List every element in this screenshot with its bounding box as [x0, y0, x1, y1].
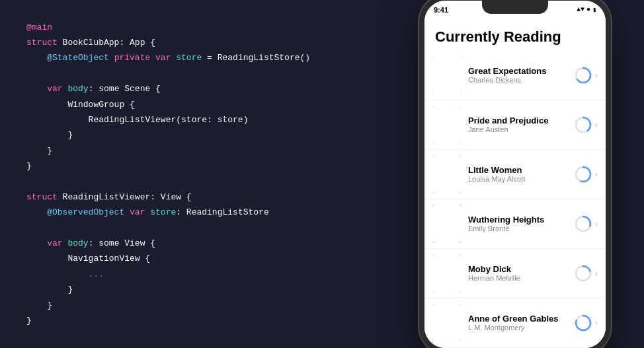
code-token: store — [150, 207, 176, 217]
code-token: ReadingListViewer(store: store) — [26, 115, 248, 125]
code-line: } — [26, 158, 393, 174]
chevron-right-icon: › — [595, 219, 598, 228]
book-progress: › — [574, 165, 598, 184]
book-info: Pride and Prejudice Jane Austen — [468, 116, 567, 133]
code-line — [26, 174, 393, 190]
book-item[interactable]: P&P Pride and Prejudice Jane Austen › — [424, 100, 606, 150]
code-token: @main — [26, 22, 52, 32]
book-title: Moby Dick — [468, 264, 567, 274]
book-author: Louisa May Alcott — [468, 175, 567, 183]
book-author: Herman Melville — [468, 274, 567, 282]
book-item[interactable]: Anne Anne of Green Gables L.M. Montgomer… — [424, 298, 606, 348]
code-token: @ObservedObject — [26, 207, 130, 217]
code-line: } — [26, 282, 393, 297]
progress-ring — [574, 116, 592, 134]
notch — [482, 1, 548, 14]
code-line: struct BookClubApp: App { — [26, 35, 393, 50]
progress-ring — [574, 314, 592, 332]
book-info: Little Women Louisa May Alcott — [468, 165, 567, 183]
book-info: Wuthering Heights Emily Brontë — [468, 215, 567, 232]
code-token: } — [26, 146, 52, 156]
book-cover: Anne — [432, 304, 462, 342]
code-line: WindowGroup { — [26, 97, 393, 112]
code-token: } — [26, 130, 73, 140]
code-token: : ReadingListStore — [176, 207, 268, 217]
book-title: Little Women — [468, 165, 567, 175]
reading-list-header: Currently Reading — [424, 19, 606, 51]
code-line — [26, 221, 393, 236]
book-progress: › — [574, 264, 598, 283]
code-token: : App { — [119, 38, 155, 48]
progress-ring — [574, 215, 592, 233]
chevron-right-icon: › — [595, 318, 598, 328]
progress-ring — [574, 66, 592, 85]
book-info: Great Expectations Charles Dickens — [468, 66, 567, 84]
code-line: } — [26, 298, 393, 313]
code-token: struct — [26, 192, 63, 202]
code-token: @StateObject — [26, 53, 114, 63]
book-title: Pride and Prejudice — [468, 116, 567, 125]
chevron-right-icon: › — [595, 268, 598, 278]
status-icons: ▲▼ ● ▮ — [577, 6, 596, 14]
code-token: BookClubApp — [63, 38, 120, 48]
book-info: Moby Dick Herman Melville — [468, 264, 567, 282]
code-token: : View { — [150, 192, 191, 202]
book-item[interactable]: Little Women Little Women Louisa May Alc… — [424, 150, 606, 199]
book-author: L.M. Montgomery — [468, 324, 567, 331]
code-line: } — [26, 127, 393, 143]
phone-mockup: 9:41 ▲▼ ● ▮ Currently Reading Great Exp.… — [419, 0, 624, 348]
book-author: Emily Brontë — [468, 225, 567, 232]
code-token: = ReadingListStore() — [202, 53, 310, 63]
code-token: } — [26, 285, 73, 295]
book-cover: Great Exp. — [432, 56, 462, 94]
chevron-right-icon: › — [595, 70, 598, 80]
code-line: } — [26, 313, 393, 328]
book-title: Anne of Green Gables — [468, 314, 567, 324]
code-line: var body: some Scene { — [26, 81, 393, 96]
code-token: ... — [26, 269, 104, 279]
code-line: NavigationView { — [26, 251, 393, 266]
phone-content: Currently Reading Great Exp. Great Expec… — [424, 19, 606, 348]
svg-text:Little Women: Little Women — [432, 172, 462, 177]
chevron-right-icon: › — [595, 120, 598, 129]
book-cover: Moby Dick — [432, 254, 462, 293]
phone-frame: 9:41 ▲▼ ● ▮ Currently Reading Great Exp.… — [419, 0, 611, 348]
book-cover: Little Women — [432, 155, 462, 193]
code-token: private — [114, 53, 155, 63]
book-list: Great Exp. Great Expectations Charles Di… — [424, 51, 606, 348]
code-token: struct — [26, 38, 63, 48]
svg-text:Anne: Anne — [441, 321, 453, 326]
progress-ring — [574, 264, 592, 283]
battery-icon: ▮ — [592, 6, 596, 14]
code-token: body — [67, 84, 88, 94]
book-item[interactable]: WH Wuthering Heights Emily Brontë › — [424, 199, 606, 249]
code-token: store — [176, 53, 202, 63]
code-token: var — [26, 238, 67, 248]
book-item[interactable]: Moby Dick Moby Dick Herman Melville › — [424, 249, 606, 298]
book-cover: WH — [432, 205, 462, 243]
code-line: } — [26, 143, 393, 158]
book-author: Charles Dickens — [468, 76, 567, 84]
code-line: @main — [26, 20, 393, 35]
code-token: body — [67, 238, 88, 248]
book-cover: P&P — [432, 106, 462, 144]
page-title: Currently Reading — [435, 28, 595, 46]
code-token: WindowGroup { — [26, 100, 135, 110]
code-panel: @mainstruct BookClubApp: App { @StateObj… — [0, 0, 419, 348]
svg-text:Moby Dick: Moby Dick — [435, 271, 458, 277]
wifi-icon: ● — [586, 6, 590, 13]
progress-ring — [574, 165, 592, 184]
code-token: : some Scene { — [89, 84, 161, 94]
book-progress: › — [574, 314, 598, 332]
book-progress: › — [574, 215, 598, 233]
code-line: ... — [26, 267, 393, 282]
book-info: Anne of Green Gables L.M. Montgomery — [468, 314, 567, 331]
code-line: struct ReadingListViewer: View { — [26, 190, 393, 205]
svg-text:WH: WH — [443, 222, 451, 226]
book-author: Jane Austen — [468, 125, 567, 133]
chevron-right-icon: › — [595, 169, 598, 179]
svg-text:P&P: P&P — [442, 123, 452, 127]
book-item[interactable]: Great Exp. Great Expectations Charles Di… — [424, 51, 606, 100]
code-line: var body: some View { — [26, 236, 393, 251]
code-token: : some View { — [89, 238, 155, 248]
